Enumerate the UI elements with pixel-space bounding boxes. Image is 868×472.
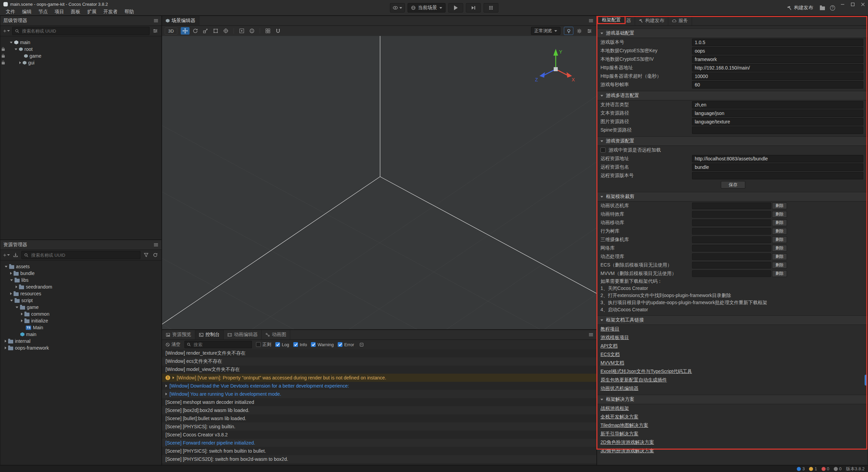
tab-build-publish[interactable]: 构建发布 [635,16,668,25]
collapse-caret-icon[interactable] [10,292,12,295]
lock-icon[interactable] [2,55,5,58]
scrollbar-thumb[interactable] [865,375,867,386]
asset-node-seedrandom[interactable]: seedrandom [0,283,161,290]
asset-node-internal[interactable]: internal [0,338,161,345]
game-version-input[interactable] [692,39,863,46]
log-row-info[interactable]: [Window] You are running Vue in developm… [162,390,596,398]
console-search[interactable] [184,341,252,348]
refresh-icon[interactable] [152,252,159,258]
preview-device-button[interactable] [390,3,405,13]
doc-link[interactable]: ECS文档 [600,352,620,358]
expand-log-icon[interactable] [173,376,174,379]
log-row[interactable]: [Scene] [PHYSICS]: using builtin. [162,422,596,431]
crypto-key-input[interactable] [692,47,863,55]
section-i18n-config[interactable]: 游戏多语言配置 [597,91,868,100]
solution-link[interactable]: 全栈开发解决方案 [600,414,638,420]
asset-node-common[interactable]: common [0,311,161,317]
expand-caret-icon[interactable] [10,42,13,43]
hierarchy-search[interactable] [12,27,150,35]
tab-services[interactable]: 服务 [668,16,692,25]
preview-window-button[interactable] [484,3,498,13]
tab-animation-editor[interactable]: 动画编辑器 [224,330,262,339]
transform-gizmo-button[interactable] [221,27,230,35]
hierarchy-search-input[interactable] [21,28,147,34]
menu-extension[interactable]: 扩展 [84,8,100,16]
log-row-info[interactable]: [Window] Download the Vue Devtools exten… [162,382,596,390]
spine-res-path-input[interactable] [692,126,863,134]
delete-module-button[interactable]: 删除 [772,202,787,209]
filter-log[interactable]: Log [275,342,289,347]
text-res-path-input[interactable] [692,110,863,117]
scene-viewport[interactable]: Y X Z [162,36,596,329]
rect-tool-button[interactable] [211,27,220,35]
collapse-caret-icon[interactable] [21,313,23,315]
doc-link[interactable]: API文档 [600,343,618,349]
coordinate-toggle-button[interactable] [248,27,256,35]
solution-link[interactable]: 战棋游戏框架 [600,406,629,412]
filter-info[interactable]: Info [293,342,307,347]
asset-node-main-ts[interactable]: TSMain [0,324,161,331]
hierarchy-node-main[interactable]: main [0,39,161,46]
log-row[interactable]: [Window] ecs文件夹不存在 [162,357,596,366]
delete-module-button[interactable]: 删除 [772,262,787,269]
menu-project[interactable]: 项目 [52,8,67,16]
expand-caret-icon[interactable] [10,279,13,281]
rotate-tool-button[interactable] [191,27,200,35]
console-search-input[interactable] [193,342,250,348]
hierarchy-node-gui[interactable]: gui [0,59,161,66]
asset-node-assets[interactable]: assets [0,263,161,270]
doc-link[interactable]: 动画状态机编辑器 [600,386,638,392]
section-game-basic-config[interactable]: 游戏基础配置 [597,28,868,38]
menu-help[interactable]: 帮助 [121,8,137,16]
delete-module-button[interactable]: 删除 [772,228,787,235]
log-row[interactable]: [Scene] [bullet]:bullet wasm lib loaded. [162,414,596,422]
doc-link[interactable]: MVVM文档 [600,360,624,366]
error-checkbox[interactable] [338,342,342,347]
grid-snap-button[interactable] [263,27,272,35]
filter-error[interactable]: Error [338,342,354,347]
expand-caret-icon[interactable] [16,307,18,308]
log-row[interactable]: [Window] render_texture文件夹不存在 [162,349,596,357]
log-row-warning[interactable]: [Window] [Vue warn]: Property "onInput" … [162,374,596,382]
expand-log-icon[interactable] [165,385,167,387]
doc-link[interactable]: 游戏模板项目 [600,335,629,341]
doc-link[interactable]: Excel格式转Json文件与TypeScript代码工具 [600,369,692,375]
menu-node[interactable]: 节点 [35,8,51,16]
asset-node-resources[interactable]: resources [0,290,161,297]
solution-link[interactable]: Tiledmap地图解决方案 [600,422,648,429]
delete-module-button[interactable]: 删除 [772,219,787,226]
import-asset-icon[interactable] [12,252,19,258]
collapse-caret-icon[interactable] [5,340,6,342]
solution-link[interactable]: 2D角色扮演游戏解决方案 [600,439,654,446]
view-mode-select[interactable]: 正常浏览 [531,27,560,35]
hierarchy-node-root[interactable]: root [0,46,161,53]
maximize-button[interactable] [848,0,858,9]
inspector-scrollbar[interactable] [865,25,867,465]
build-publish-button[interactable]: 构建发布 [783,5,817,11]
panel-menu-icon[interactable] [154,242,158,247]
toggle-3d-button[interactable]: 3D [165,27,177,35]
log-row[interactable]: [Scene] meshopt wasm decoder initialized [162,398,596,406]
filter-icon[interactable] [152,27,159,34]
lock-icon[interactable] [2,48,5,51]
collapse-logs-icon[interactable] [358,341,365,348]
section-game-resource-config[interactable]: 游戏资源配置 [597,136,868,146]
collapse-caret-icon[interactable] [16,286,17,288]
filter-warning[interactable]: Warning [311,342,334,347]
delete-module-button[interactable]: 删除 [772,270,787,277]
remote-load-checkbox[interactable] [600,148,606,153]
image-res-path-input[interactable] [692,118,863,125]
fps-input[interactable] [692,81,863,88]
languages-input[interactable] [692,101,863,109]
solution-link[interactable]: 新手引导解决方案 [600,431,638,437]
minimize-button[interactable] [837,0,848,9]
menu-edit[interactable]: 编辑 [19,8,35,16]
section-solutions[interactable]: 框架解决方案 [597,395,868,404]
asset-node-oops-framework[interactable]: oops-framework [0,345,161,351]
clear-console-button[interactable]: 清空 [165,341,180,348]
add-asset-button[interactable] [3,252,10,258]
tab-scene-editor[interactable]: 场景编辑器 [162,16,199,25]
info-checkbox[interactable] [293,342,298,347]
collapse-caret-icon[interactable] [10,272,12,275]
log-row-info[interactable]: [Scene] Forward render pipeline initiali… [162,439,596,447]
